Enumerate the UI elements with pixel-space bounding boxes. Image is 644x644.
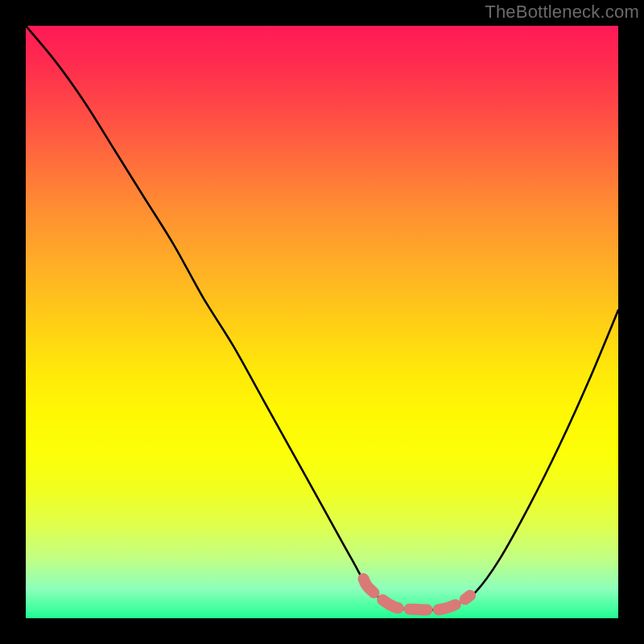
highlight-valley-segment — [364, 579, 470, 610]
curve-svg — [26, 26, 618, 618]
plot-area — [26, 26, 618, 618]
bottleneck-curve-line — [26, 26, 618, 610]
chart-frame: TheBottleneck.com — [0, 0, 644, 644]
watermark-text: TheBottleneck.com — [485, 2, 639, 23]
